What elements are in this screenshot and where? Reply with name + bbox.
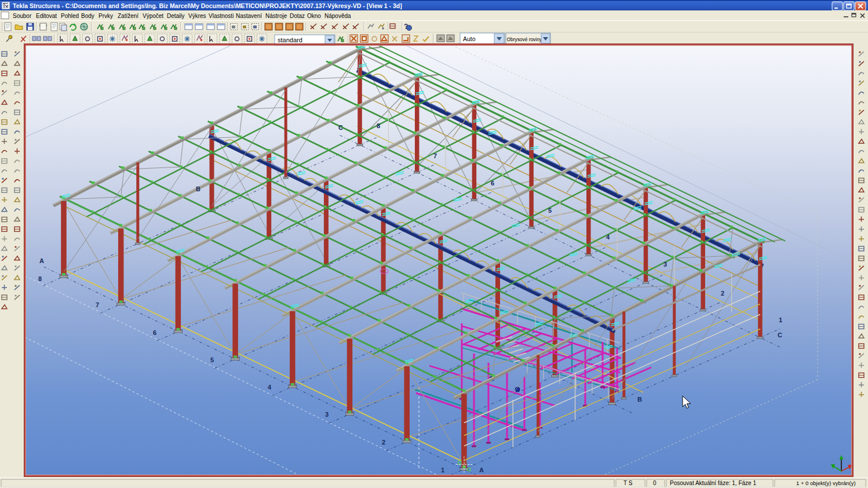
svg-text:standard: standard [278, 37, 302, 43]
svg-text:T S: T S [623, 480, 633, 486]
svg-text:Pohled: Pohled [61, 13, 79, 19]
svg-text:6: 6 [153, 329, 156, 336]
svg-text:6: 6 [491, 180, 494, 187]
svg-text:7: 7 [96, 301, 99, 308]
svg-text:Detaily: Detaily [167, 13, 185, 19]
svg-text:Nástroje: Nástroje [265, 13, 287, 19]
svg-text:4: 4 [606, 234, 610, 241]
svg-text:7: 7 [433, 152, 437, 159]
svg-text:A: A [479, 467, 484, 474]
svg-text:C: C [778, 332, 782, 338]
svg-text:Prvky: Prvky [99, 13, 113, 19]
svg-text:Posouvat Aktuální fáze: 1, Fá: Posouvat Aktuální fáze: 1, Fáze 1 [670, 480, 756, 486]
svg-text:2: 2 [721, 290, 724, 297]
svg-text:5: 5 [548, 207, 552, 214]
svg-text:4: 4 [268, 384, 272, 391]
svg-text:Editovat: Editovat [36, 13, 57, 19]
svg-text:Výpočet: Výpočet [143, 13, 163, 19]
svg-text:A: A [39, 257, 44, 264]
svg-text:Tekla Structures - C:\Document: Tekla Structures - C:\Documents and Sett… [13, 2, 402, 9]
svg-text:5: 5 [210, 356, 214, 363]
svg-text:3: 3 [663, 261, 667, 268]
svg-text:8: 8 [38, 275, 42, 282]
svg-text:8: 8 [377, 122, 380, 129]
svg-text:Dotaz: Dotaz [290, 13, 305, 19]
svg-text:Výkres: Výkres [188, 13, 206, 19]
svg-text:Nápověda: Nápověda [324, 13, 351, 19]
svg-text:Auto: Auto [463, 35, 476, 42]
svg-text:0: 0 [653, 480, 657, 486]
svg-text:3: 3 [325, 411, 329, 418]
svg-text:B: B [196, 185, 200, 192]
svg-text:Soubor: Soubor [13, 13, 32, 19]
svg-text:1: 1 [779, 316, 782, 323]
svg-text:Nastavení: Nastavení [236, 13, 262, 19]
svg-text:Okno: Okno [307, 13, 321, 19]
svg-text:Obrysové roviny: Obrysové roviny [507, 37, 542, 42]
svg-text:2: 2 [382, 439, 385, 446]
svg-text:B: B [637, 396, 642, 403]
svg-text:1 + 0 objekt(y) vybrán(y): 1 + 0 objekt(y) vybrán(y) [796, 480, 856, 486]
svg-text:1: 1 [441, 467, 444, 474]
svg-text:Zatížení: Zatížení [118, 13, 138, 19]
svg-text:Vlastnosti: Vlastnosti [209, 13, 234, 19]
svg-text:Body: Body [81, 13, 94, 19]
svg-text:C: C [338, 124, 343, 131]
